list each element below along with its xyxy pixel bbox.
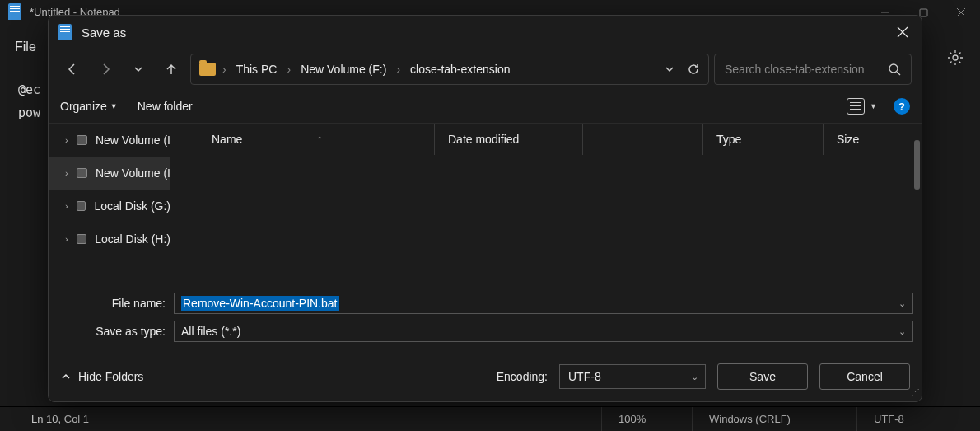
organize-label: Organize: [60, 100, 107, 113]
tree-item[interactable]: › New Volume (I: [49, 124, 170, 157]
column-header-name[interactable]: Name ⌃: [170, 124, 434, 155]
hide-folders-button[interactable]: Hide Folders: [60, 370, 143, 383]
address-bar[interactable]: › This PC › New Volume (F:) › close-tab-…: [190, 54, 709, 85]
tree-item-label: Local Disk (G:): [94, 199, 170, 213]
resize-grip[interactable]: ⋰: [911, 387, 918, 398]
settings-icon[interactable]: [947, 49, 964, 66]
save-type-label: Save as type:: [57, 325, 174, 338]
tree-item-label: Local Disk (H:): [95, 232, 170, 246]
chevron-right-icon: ›: [65, 234, 68, 244]
tree-item-label: New Volume (I: [96, 166, 170, 180]
tree-item[interactable]: › Local Disk (G:): [49, 190, 170, 223]
cancel-button[interactable]: Cancel: [819, 363, 910, 390]
chevron-right-icon: ›: [65, 135, 68, 145]
status-zoom: 100%: [601, 407, 692, 431]
breadcrumb-item[interactable]: This PC: [233, 63, 281, 76]
folder-icon: [199, 63, 216, 76]
encoding-select[interactable]: UTF-8 ⌄: [559, 364, 706, 389]
chevron-down-icon[interactable]: ⌄: [898, 326, 906, 337]
chevron-right-icon: ›: [221, 63, 228, 76]
nav-up-button[interactable]: [157, 55, 185, 83]
menu-file[interactable]: File: [15, 40, 36, 54]
drive-icon: [77, 201, 86, 211]
svg-point-1: [953, 55, 958, 60]
scrollbar-thumb[interactable]: [914, 140, 920, 190]
view-mode-button[interactable]: ▼: [847, 98, 877, 115]
chevron-down-icon[interactable]: [664, 63, 675, 75]
new-folder-button[interactable]: New folder: [138, 100, 193, 113]
chevron-down-icon[interactable]: ⌄: [898, 298, 906, 309]
tree-item[interactable]: › New Volume (I: [49, 157, 170, 190]
chevron-right-icon: ›: [285, 63, 292, 76]
drive-icon: [77, 234, 87, 244]
chevron-down-icon[interactable]: ⌄: [691, 372, 698, 382]
caret-down-icon: ▼: [870, 102, 877, 110]
save-type-select[interactable]: All files (*.*) ⌄: [174, 321, 913, 342]
dialog-close-button[interactable]: [884, 16, 922, 49]
search-icon[interactable]: [888, 63, 901, 76]
editor-line: @ec: [18, 82, 40, 97]
save-button[interactable]: Save: [717, 363, 808, 390]
encoding-value: UTF-8: [568, 370, 601, 383]
breadcrumb-item[interactable]: New Volume (F:): [297, 63, 390, 76]
dialog-app-icon: [58, 24, 72, 40]
file-list[interactable]: Name ⌃ Date modified Type Size: [170, 124, 922, 286]
svg-point-2: [889, 64, 898, 73]
status-eol: Windows (CRLF): [692, 407, 856, 431]
hide-folders-label: Hide Folders: [78, 370, 143, 383]
drive-icon: [77, 135, 87, 145]
status-position: Ln 10, Col 1: [15, 407, 601, 431]
search-input[interactable]: [725, 63, 888, 76]
file-name-value: Remove-Win-Account-PIN.bat: [181, 296, 339, 311]
list-view-icon: [847, 98, 865, 115]
save-as-dialog: Save as › This PC › New Volume (F:) › cl…: [48, 15, 922, 402]
sort-asc-icon: ⌃: [316, 135, 323, 144]
notepad-app-icon: [8, 3, 21, 20]
nav-recent-button[interactable]: [124, 55, 152, 83]
search-box[interactable]: [714, 54, 912, 85]
caret-down-icon: ▼: [110, 102, 118, 110]
column-header-size[interactable]: Size: [823, 124, 922, 155]
encoding-label: Encoding:: [497, 370, 548, 383]
file-name-label: File name:: [57, 297, 174, 310]
tree-item[interactable]: › Local Disk (H:): [49, 223, 170, 255]
column-header-date[interactable]: Date modified: [434, 124, 582, 155]
chevron-right-icon: ›: [65, 168, 68, 178]
editor-line: pow: [18, 105, 40, 120]
tree-item-label: New Volume (I: [96, 134, 170, 147]
refresh-icon[interactable]: [687, 63, 700, 76]
column-header-type[interactable]: Type: [702, 124, 823, 155]
organize-button[interactable]: Organize ▼: [60, 100, 118, 113]
chevron-right-icon: ›: [65, 201, 68, 211]
folder-tree: › New Volume (I › New Volume (I › Local …: [49, 124, 170, 286]
breadcrumb-item[interactable]: close-tab-extension: [407, 63, 513, 76]
file-name-input[interactable]: Remove-Win-Account-PIN.bat ⌄: [174, 293, 913, 314]
column-header-type[interactable]: [582, 124, 702, 155]
save-type-value: All files (*.*): [181, 325, 240, 338]
chevron-up-icon: [60, 371, 72, 382]
close-button[interactable]: [942, 0, 980, 25]
chevron-right-icon: ›: [394, 63, 402, 76]
nav-back-button[interactable]: [58, 55, 86, 83]
dialog-title: Save as: [82, 26, 126, 40]
nav-forward-button[interactable]: [91, 55, 119, 83]
status-encoding: UTF-8: [856, 407, 980, 431]
drive-icon: [77, 168, 87, 178]
help-icon[interactable]: ?: [894, 98, 910, 115]
